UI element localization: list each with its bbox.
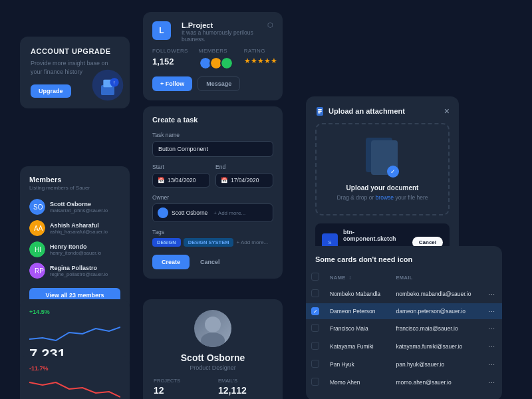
row-actions[interactable]: ··· — [483, 303, 502, 320]
cell-name: Nombeko Mabandla — [325, 285, 390, 303]
project-description: It was a humorously perilous business. — [182, 29, 267, 43]
table-row: Katayama Fumiki katayama.fumiki@sauer.io… — [306, 338, 502, 356]
external-link-icon[interactable]: ⬡ — [267, 21, 273, 29]
member-name: Ashish Asharaful — [50, 222, 108, 229]
header-checkbox[interactable] — [311, 273, 319, 281]
row-checkbox[interactable] — [311, 360, 319, 368]
members-avatars — [199, 57, 233, 70]
column-email: EMAIL — [390, 270, 483, 285]
task-name-input[interactable] — [152, 141, 273, 157]
row-checkbox-cell[interactable] — [306, 374, 325, 392]
start-label: Start — [152, 164, 210, 170]
trend-card-2: -11.7% 5,136 View Trend — [20, 356, 130, 399]
svg-rect-21 — [318, 112, 321, 114]
row-actions[interactable]: ··· — [483, 338, 502, 356]
svg-point-15 — [221, 58, 232, 68]
row-checkbox-cell[interactable]: ✓ — [306, 303, 325, 320]
table-card: Some cards don't need icon NAME ↕ EMAIL … — [306, 246, 502, 399]
cell-name: Dameon Peterson — [325, 303, 390, 320]
message-button[interactable]: Message — [198, 76, 240, 91]
cell-email: nombeko.mabandla@sauer.io — [390, 285, 483, 303]
profile-avatar — [194, 310, 231, 347]
table-row: Momo Ahen momo.ahen@sauer.io ··· — [306, 374, 502, 392]
member-avatar: HI — [29, 241, 45, 257]
row-checkbox-cell[interactable] — [306, 338, 325, 356]
calendar-icon-2: 📅 — [221, 177, 228, 184]
cell-email: momo.ahen@sauer.io — [390, 374, 483, 392]
table-row: Nombeko Mabandla nombeko.mabandla@sauer.… — [306, 285, 502, 303]
cell-email: dameon.peterson@sauer.io — [390, 303, 483, 320]
row-checkbox[interactable]: ✓ — [311, 307, 319, 315]
row-actions[interactable]: ··· — [483, 374, 502, 392]
member-email: maisarrat_johns@sauer.io — [50, 207, 108, 213]
column-name: NAME ↕ — [325, 270, 390, 285]
end-date-field[interactable]: 📅 17/04/2020 — [215, 173, 273, 188]
row-checkbox-cell[interactable] — [306, 320, 325, 338]
tag-add[interactable]: + Add more... — [236, 239, 268, 245]
end-label: End — [215, 164, 273, 170]
create-button[interactable]: Create — [152, 255, 190, 269]
projects-value: 12 — [154, 385, 207, 396]
tag-design: DESIGN — [152, 238, 181, 247]
follow-button[interactable]: + Follow — [152, 76, 192, 91]
tags-container: DESIGN DESIGN SYSTEM + Add more... — [152, 238, 273, 247]
row-checkbox-cell[interactable] — [306, 356, 325, 374]
member-avatar: SO — [29, 199, 45, 215]
emails-value: 12,112 — [218, 385, 272, 396]
trend-stat-positive: +14.5% — [29, 309, 120, 315]
row-actions[interactable]: ··· — [483, 356, 502, 374]
trend-chart-negative — [29, 376, 120, 399]
member-email: regine_pollastro@sauer.io — [50, 271, 108, 277]
column-checkbox — [306, 270, 325, 285]
calendar-icon: 📅 — [158, 177, 165, 184]
member-email: henry_itondo@sauer.io — [50, 250, 101, 256]
end-date-value: 17/04/2020 — [231, 177, 259, 184]
projects-label: PROJECTS — [154, 378, 207, 384]
emails-label: EMAIL'S — [218, 378, 272, 384]
table-row: ✓ Dameon Peterson dameon.peterson@sauer.… — [306, 303, 502, 320]
upload-title: Upload an attachment — [315, 106, 405, 116]
row-checkbox[interactable] — [311, 378, 319, 386]
upgrade-button[interactable]: Upgrade — [31, 84, 71, 98]
svg-rect-20 — [318, 111, 322, 112]
svg-text:RP: RP — [35, 267, 44, 275]
member-avatar: AA — [29, 220, 45, 236]
members-title: Members — [29, 176, 120, 184]
row-checkbox[interactable] — [311, 324, 319, 332]
cell-email: francisco.maia@sauer.io — [390, 320, 483, 338]
upload-card: Upload an attachment × ✓ Upload your doc… — [306, 96, 459, 271]
followers-value: 1,152 — [152, 57, 188, 66]
row-actions[interactable]: ··· — [483, 320, 502, 338]
table-row: Pan Hyuk pan.hyuk@sauer.io ··· — [306, 356, 502, 374]
profile-role: Product Designer — [190, 364, 236, 371]
svg-rect-19 — [318, 109, 322, 110]
row-checkbox[interactable] — [311, 289, 319, 297]
row-checkbox[interactable] — [311, 342, 319, 350]
file-name: btn-component.sketch — [343, 229, 407, 242]
member-name: Scott Osborne — [50, 201, 108, 207]
start-date-field[interactable]: 📅 13/04/2020 — [152, 173, 210, 188]
owner-label: Owner — [152, 194, 273, 201]
rating-stars: ★★★★★ — [244, 57, 277, 65]
svg-text:SO: SO — [33, 203, 43, 211]
browse-link[interactable]: browse — [376, 194, 394, 201]
member-email: ashiq_hasaraful@sauer.io — [50, 229, 108, 235]
cell-email: katayama.fumiki@sauer.io — [390, 338, 483, 356]
row-actions[interactable]: ··· — [483, 285, 502, 303]
cell-name: Francisco Maia — [325, 320, 390, 338]
svg-point-16 — [205, 317, 221, 332]
attachment-icon — [315, 106, 325, 116]
members-label: MEMBERS — [199, 48, 233, 54]
tags-label: Tags — [152, 229, 273, 235]
row-checkbox-cell[interactable] — [306, 285, 325, 303]
sort-icon: ↕ — [348, 275, 351, 281]
upload-drop-zone[interactable]: ✓ Upload your document Drag & drop or br… — [315, 123, 450, 215]
trend-chart-positive — [29, 319, 120, 346]
member-item: HI Henry Itondo henry_itondo@sauer.io — [29, 241, 120, 257]
owner-field[interactable]: Scott Osborne + Add more... — [152, 203, 273, 222]
task-cancel-button[interactable]: Cancel — [195, 255, 225, 269]
rating-label: RATING — [244, 48, 277, 54]
trend-stat-negative: -11.7% — [29, 365, 120, 372]
member-avatar: RP — [29, 263, 45, 279]
close-button[interactable]: × — [444, 106, 450, 116]
